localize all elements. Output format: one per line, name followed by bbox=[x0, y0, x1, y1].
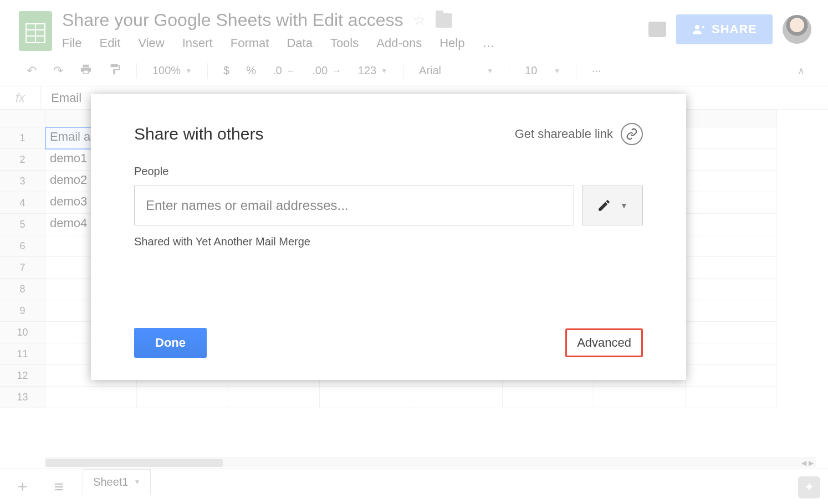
advanced-link[interactable]: Advanced bbox=[565, 328, 643, 357]
row-header[interactable]: 2 bbox=[0, 149, 45, 171]
person-add-icon bbox=[692, 23, 705, 36]
shared-with-text: Shared with Yet Another Mail Merge bbox=[134, 235, 643, 248]
share-button[interactable]: SHARE bbox=[676, 14, 773, 44]
row-header[interactable]: 5 bbox=[0, 214, 45, 235]
row-header[interactable]: 8 bbox=[0, 279, 45, 300]
row-header[interactable]: 9 bbox=[0, 300, 45, 322]
add-sheet-button[interactable]: + bbox=[10, 474, 35, 500]
done-button[interactable]: Done bbox=[134, 328, 207, 358]
menu-tools[interactable]: Tools bbox=[330, 36, 359, 50]
menu-view[interactable]: View bbox=[138, 36, 164, 50]
comments-icon[interactable] bbox=[648, 22, 666, 37]
cell[interactable] bbox=[686, 387, 777, 408]
decrease-decimal[interactable]: .0← bbox=[268, 61, 300, 80]
menu-data[interactable]: Data bbox=[287, 36, 312, 50]
folder-icon[interactable] bbox=[436, 13, 452, 28]
format-currency[interactable]: $ bbox=[219, 61, 234, 80]
scroll-right-icon[interactable]: ▶ bbox=[809, 459, 814, 467]
get-shareable-link-label: Get shareable link bbox=[515, 127, 613, 141]
permission-dropdown[interactable]: ▼ bbox=[582, 186, 643, 225]
cell[interactable] bbox=[686, 192, 777, 214]
row-header[interactable]: 3 bbox=[0, 171, 45, 192]
column-header[interactable] bbox=[686, 110, 777, 127]
cell[interactable] bbox=[594, 387, 686, 408]
menu-addons[interactable]: Add-ons bbox=[376, 36, 422, 50]
horizontal-scrollbar[interactable]: ◀▶ bbox=[45, 457, 816, 467]
paint-format-icon[interactable] bbox=[104, 60, 125, 82]
sheet-footer: + ≡ Sheet1 ▼ ✦ bbox=[0, 469, 828, 504]
menu-edit[interactable]: Edit bbox=[99, 36, 120, 50]
row-header[interactable]: 7 bbox=[0, 257, 45, 279]
cell[interactable] bbox=[320, 387, 411, 408]
row-header[interactable]: 10 bbox=[0, 322, 45, 343]
star-icon[interactable]: ☆ bbox=[413, 12, 426, 29]
number-format-dropdown[interactable]: 123▼ bbox=[354, 61, 392, 80]
document-title[interactable]: Share your Google Sheets with Edit acces… bbox=[62, 10, 403, 30]
menu-help[interactable]: Help bbox=[439, 36, 464, 50]
cell[interactable] bbox=[686, 365, 777, 387]
row-header[interactable]: 11 bbox=[0, 343, 45, 365]
menu-file[interactable]: File bbox=[62, 36, 81, 50]
share-dialog: Share with others Get shareable link Peo… bbox=[91, 94, 686, 380]
get-shareable-link[interactable]: Get shareable link bbox=[515, 123, 643, 145]
people-input[interactable] bbox=[134, 186, 574, 225]
undo-icon[interactable]: ↶ bbox=[22, 60, 41, 81]
cell[interactable] bbox=[686, 171, 777, 192]
row-header[interactable]: 6 bbox=[0, 235, 45, 257]
cell[interactable] bbox=[686, 214, 777, 235]
cell[interactable] bbox=[686, 343, 777, 365]
menu-more[interactable]: … bbox=[482, 36, 494, 50]
format-percent[interactable]: % bbox=[242, 61, 260, 80]
select-all-corner[interactable] bbox=[0, 110, 45, 127]
cell[interactable] bbox=[45, 387, 137, 408]
formula-value[interactable]: Email bbox=[41, 91, 81, 105]
cell[interactable] bbox=[228, 387, 320, 408]
cell[interactable] bbox=[686, 257, 777, 279]
link-icon bbox=[621, 123, 643, 145]
cell[interactable] bbox=[686, 149, 777, 171]
font-dropdown[interactable]: Arial▼ bbox=[415, 61, 498, 80]
sheets-logo-icon[interactable] bbox=[19, 11, 52, 51]
menu-bar: File Edit View Insert Format Data Tools … bbox=[62, 36, 648, 50]
dialog-title: Share with others bbox=[134, 125, 263, 143]
scroll-left-icon[interactable]: ◀ bbox=[801, 459, 806, 467]
sheet-tab-menu-icon[interactable]: ▼ bbox=[134, 478, 140, 486]
redo-icon[interactable]: ↷ bbox=[49, 60, 68, 81]
account-avatar[interactable] bbox=[783, 15, 811, 44]
cell[interactable] bbox=[411, 387, 503, 408]
scrollbar-thumb[interactable] bbox=[45, 459, 223, 467]
share-button-label: SHARE bbox=[712, 22, 757, 37]
cell[interactable] bbox=[686, 300, 777, 322]
increase-decimal[interactable]: .00→ bbox=[308, 61, 345, 80]
collapse-toolbar-icon[interactable]: ∧ bbox=[798, 65, 805, 77]
print-icon[interactable] bbox=[75, 60, 96, 82]
toolbar: ↶ ↷ 100%▼ $ % .0← .00→ 123▼ Arial▼ 10▼ ·… bbox=[0, 55, 828, 86]
menu-insert[interactable]: Insert bbox=[182, 36, 213, 50]
font-size-dropdown[interactable]: 10▼ bbox=[520, 61, 565, 80]
zoom-dropdown[interactable]: 100%▼ bbox=[148, 61, 196, 80]
cell[interactable] bbox=[686, 279, 777, 300]
cell[interactable] bbox=[686, 235, 777, 257]
row-header[interactable]: 13 bbox=[0, 387, 45, 408]
cell[interactable] bbox=[503, 387, 594, 408]
pencil-icon bbox=[597, 198, 611, 213]
row-header[interactable]: 12 bbox=[0, 365, 45, 387]
sheet-tab[interactable]: Sheet1 ▼ bbox=[83, 469, 151, 495]
cell[interactable] bbox=[137, 387, 228, 408]
sheet-tab-label: Sheet1 bbox=[93, 476, 128, 488]
row-header[interactable]: 1 bbox=[0, 127, 45, 149]
explore-button[interactable]: ✦ bbox=[798, 476, 820, 498]
row-header[interactable]: 4 bbox=[0, 192, 45, 214]
toolbar-more[interactable]: ··· bbox=[587, 61, 606, 80]
svg-point-0 bbox=[695, 25, 699, 29]
cell[interactable] bbox=[686, 322, 777, 343]
chevron-down-icon: ▼ bbox=[620, 201, 628, 210]
cell[interactable] bbox=[686, 127, 777, 149]
all-sheets-button[interactable]: ≡ bbox=[47, 474, 72, 500]
people-label: People bbox=[134, 165, 643, 178]
fx-label: fx bbox=[0, 86, 41, 109]
menu-format[interactable]: Format bbox=[231, 36, 269, 50]
